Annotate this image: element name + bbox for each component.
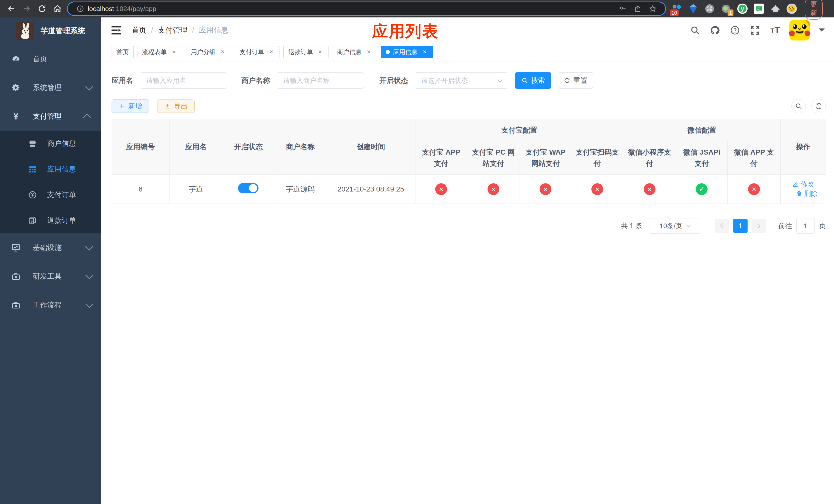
breadcrumb-payment[interactable]: 支付管理 (158, 25, 188, 36)
key-icon[interactable] (619, 5, 627, 13)
tag-user-group[interactable]: 用户分组× (186, 46, 231, 58)
top-navbar: 首页 / 支付管理 / 应用信息 тT (101, 18, 834, 43)
user-avatar[interactable] (789, 20, 810, 41)
ext-icon-yudao[interactable]: y (737, 3, 748, 14)
sidebar-item-label: 退款订单 (47, 215, 76, 225)
avatar-caret-down-icon[interactable] (819, 28, 825, 35)
share-icon[interactable] (634, 5, 642, 13)
tag-refund-order[interactable]: 退款订单× (283, 46, 329, 58)
page-unit-label: 页 (819, 221, 826, 230)
hamburger-icon[interactable] (111, 25, 122, 36)
breadcrumb-separator: / (192, 26, 194, 35)
extensions-puzzle-icon[interactable] (770, 3, 781, 14)
browser-profile-avatar[interactable] (786, 3, 797, 14)
forward-icon[interactable] (20, 2, 33, 15)
sidebar-item-system[interactable]: 系统管理 (0, 73, 101, 102)
tag-app-info[interactable]: 应用信息× (381, 46, 433, 58)
sidebar-item-workflow[interactable]: 工作流程 (0, 291, 101, 319)
tag-label: 支付订单 (240, 48, 264, 56)
status-select[interactable]: 请选择开启状态 (415, 72, 508, 89)
page-number-button[interactable]: 1 (733, 219, 748, 233)
chevron-down-icon (85, 271, 93, 279)
sidebar-item-refund-order[interactable]: 退款订单 (0, 208, 101, 233)
page-size-select[interactable]: 10条/页 (650, 218, 701, 233)
info-icon[interactable] (76, 5, 84, 13)
goto-page-input[interactable] (796, 218, 815, 233)
show-search-toggle-button[interactable] (791, 99, 806, 113)
ext-icon-recorder[interactable]: 1 (721, 3, 731, 14)
home-icon[interactable] (51, 2, 64, 15)
cell-wechat-app (728, 175, 781, 204)
github-icon[interactable] (709, 25, 721, 36)
app-name-input[interactable] (140, 72, 227, 89)
url-host: localhost (88, 5, 114, 13)
export-button[interactable]: 导出 (157, 99, 195, 113)
chevron-down-icon (686, 223, 692, 228)
tags-view-bar: 首页 流程表单× 用户分组× 支付订单× 退款订单× 商户信息× 应用信息× (101, 43, 834, 61)
add-button[interactable]: 新增 (112, 99, 149, 113)
browser-menu-icon[interactable]: ⋮ (832, 7, 834, 10)
gear-icon (11, 83, 21, 92)
status-toggle[interactable] (238, 183, 259, 193)
sidebar-item-payment[interactable]: ¥ 支付管理 (0, 102, 101, 131)
back-icon[interactable] (5, 2, 18, 15)
sidebar-item-pay-order[interactable]: 支付订单 (0, 182, 101, 208)
add-button-label: 新增 (128, 101, 142, 111)
prev-page-button[interactable] (715, 219, 729, 233)
tag-label: 流程表单 (142, 48, 167, 56)
sidebar: 芋道管理系统 首页 系统管理 ¥ 支付管理 商户信息 (0, 18, 101, 504)
browser-chrome: localhost:1024/pay/app 10 ⌘ 1 y (0, 0, 834, 18)
cell-status (222, 175, 275, 204)
sidebar-item-infrastructure[interactable]: 基础设施 (0, 233, 101, 262)
yen-icon: ¥ (11, 112, 21, 121)
next-page-button[interactable] (752, 219, 766, 233)
search-icon (521, 77, 528, 84)
edit-link-label: 修改 (801, 180, 814, 189)
reset-button[interactable]: 重置 (558, 72, 593, 89)
status-label: 开启状态 (379, 76, 408, 85)
breadcrumb-home[interactable]: 首页 (132, 25, 147, 36)
tag-process-form[interactable]: 流程表单× (137, 46, 182, 58)
sidebar-logo[interactable]: 芋道管理系统 (0, 18, 101, 45)
sidebar-item-merchant-info[interactable]: 商户信息 (0, 131, 101, 156)
close-icon[interactable]: × (268, 48, 275, 55)
tag-pay-order[interactable]: 支付订单× (235, 46, 280, 58)
search-icon[interactable] (689, 25, 701, 36)
merchant-name-input[interactable] (277, 72, 364, 89)
bookmark-star-icon[interactable] (649, 5, 657, 13)
delete-link[interactable]: 删除 (796, 189, 818, 198)
tag-merchant-info[interactable]: 商户信息× (332, 46, 377, 58)
sidebar-item-app-info[interactable]: 应用信息 (0, 156, 101, 182)
status-cross-icon (748, 183, 760, 195)
status-select-placeholder: 请选择开启状态 (421, 76, 498, 85)
col-header-wechat-jsapi: 微信 JSAPI 支付 (676, 141, 728, 175)
browser-update-button[interactable]: 更新 (805, 0, 823, 20)
close-icon[interactable]: × (421, 48, 428, 55)
ext-icon-command[interactable]: ⌘ (704, 3, 715, 14)
search-button[interactable]: 搜索 (515, 72, 551, 89)
tag-home[interactable]: 首页 (112, 46, 134, 58)
close-icon[interactable]: × (365, 48, 372, 55)
tag-label: 首页 (116, 48, 129, 56)
sidebar-item-home[interactable]: 首页 (0, 45, 101, 73)
fullscreen-icon[interactable] (749, 25, 761, 36)
close-icon[interactable]: × (170, 48, 177, 55)
page-content: 应用名 商户名称 开启状态 请选择开启状态 搜索 重置 (101, 72, 834, 233)
ext-icon-gem[interactable] (688, 3, 699, 14)
col-header-alipay-qr: 支付宝扫码支付 (571, 141, 623, 175)
edit-link[interactable]: 修改 (792, 180, 814, 189)
ext-icon-chat[interactable] (753, 3, 764, 14)
help-icon[interactable] (729, 25, 741, 36)
font-size-icon[interactable]: тT (769, 25, 781, 36)
refresh-table-button[interactable] (811, 99, 826, 113)
ext-icon-tasks[interactable]: 10 (672, 3, 682, 14)
reset-button-label: 重置 (573, 76, 587, 85)
app-table: 应用编号 应用名 开启状态 商户名称 创建时间 支付宝配置 微信配置 操作 支付… (112, 119, 826, 204)
close-icon[interactable]: × (219, 48, 226, 55)
col-group-wechat: 微信配置 (623, 119, 781, 141)
download-icon (164, 103, 171, 110)
address-bar[interactable]: localhost:1024/pay/app (68, 2, 665, 15)
sidebar-item-dev-tools[interactable]: 研发工具 (0, 262, 101, 291)
reload-icon[interactable] (36, 2, 49, 15)
close-icon[interactable]: × (316, 48, 324, 55)
